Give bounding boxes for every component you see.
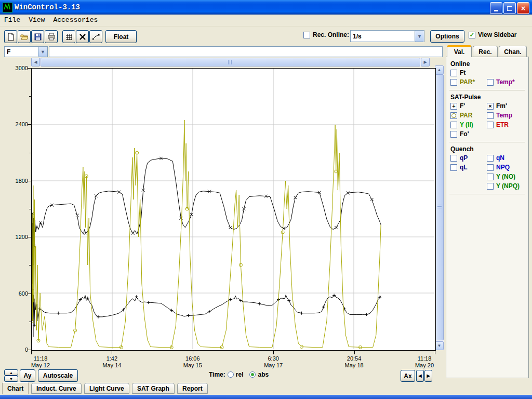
checkbox-fo[interactable] — [450, 131, 457, 138]
tab-induct--curve[interactable]: Induct. Curve — [31, 383, 82, 394]
curve-style-button[interactable] — [89, 30, 102, 43]
rec-online-checkbox[interactable] — [303, 32, 310, 38]
autoscale-button[interactable]: Autoscale — [38, 369, 78, 382]
marker-plus — [258, 302, 261, 305]
menu-bar: FileViewAccessories — [0, 15, 532, 26]
tab-sat-graph[interactable]: SAT Graph — [132, 383, 175, 394]
y-tick-label: 600 — [4, 290, 28, 297]
view-sidebar-checkbox[interactable]: ✓ — [469, 32, 475, 38]
menu-item-view[interactable]: View — [24, 15, 49, 25]
title-bar[interactable]: WinControl-3.13 × — [0, 0, 532, 15]
y-tick-label: 3000 — [4, 65, 28, 71]
checkbox-row: Y (II)ETR — [446, 121, 528, 130]
checkbox-fm[interactable]: × — [487, 103, 494, 110]
divider — [449, 90, 525, 90]
float-button[interactable]: Float — [105, 30, 137, 43]
tab-chart[interactable]: Chart — [2, 382, 29, 394]
menu-item-file[interactable]: File — [0, 15, 24, 25]
checkbox-f[interactable]: + — [450, 103, 457, 110]
restore-button[interactable] — [503, 2, 516, 14]
y-minor-tick-mark — [29, 96, 31, 97]
grid-button[interactable] — [62, 30, 75, 43]
time-abs-radio[interactable] — [249, 371, 256, 378]
open-file-button[interactable] — [18, 30, 31, 43]
y-scale-up-icon[interactable]: ▲ — [4, 369, 18, 376]
x-tick-label: 11:18May 12 — [22, 355, 59, 369]
checkbox-item-ynpq[interactable]: Y (NPQ) — [487, 182, 520, 190]
checkbox-item-yii[interactable]: Y (II) — [450, 121, 473, 128]
checkbox-ynpq[interactable] — [487, 183, 494, 190]
x-scroll-right-icon[interactable]: ▶ — [424, 370, 432, 382]
checkbox-item-ql[interactable]: qL — [450, 164, 468, 171]
ax-button[interactable]: Ax — [401, 370, 415, 382]
checkbox-item-fm[interactable]: ×Fm' — [487, 102, 507, 110]
tab-report[interactable]: Report — [177, 383, 208, 394]
x-tick-mark — [31, 351, 32, 354]
tab-chan[interactable]: Chan. — [499, 46, 527, 57]
scroll-right-icon[interactable]: ▶ — [421, 58, 430, 66]
checkbox-item-qp[interactable]: qP — [450, 154, 468, 162]
checkbox-item-f[interactable]: +F' — [450, 102, 465, 110]
channel-combo[interactable]: F ▼ — [4, 46, 48, 57]
v-scrollbar-thumb[interactable] — [435, 74, 444, 340]
checkbox-ql[interactable] — [450, 164, 457, 171]
checkbox-par[interactable] — [450, 112, 457, 119]
checkbox-yii[interactable] — [450, 122, 457, 128]
checkbox-yno[interactable] — [487, 174, 494, 180]
menu-item-accessories[interactable]: Accessories — [49, 15, 102, 25]
tab-rec[interactable]: Rec. — [473, 46, 498, 57]
marker-x — [95, 194, 98, 197]
taskbar-strip — [0, 395, 532, 399]
checkbox-item-qn[interactable]: qN — [487, 154, 504, 162]
marker-plus — [97, 315, 100, 318]
marker-plus — [322, 305, 325, 309]
save-file-button[interactable] — [31, 30, 44, 43]
checkbox-temp[interactable] — [487, 112, 494, 119]
options-button[interactable]: Options — [430, 30, 464, 43]
checkbox-par[interactable] — [450, 79, 457, 86]
checkbox-qp[interactable] — [450, 155, 457, 162]
marker-x — [335, 226, 338, 229]
scroll-up-icon[interactable]: ▲ — [435, 65, 444, 74]
checkbox-ft[interactable] — [450, 70, 457, 76]
marker-x — [39, 221, 42, 224]
time-rel-radio[interactable] — [228, 371, 234, 378]
scroll-left-icon[interactable]: ◀ — [31, 58, 40, 66]
print-button[interactable] — [45, 30, 58, 43]
close-button[interactable]: × — [517, 2, 529, 14]
minimize-button[interactable] — [490, 2, 502, 14]
checkbox-item-etr[interactable]: ETR — [487, 121, 509, 128]
new-file-button[interactable] — [4, 30, 17, 43]
scroll-down-icon[interactable]: ▼ — [435, 341, 444, 350]
marker-plus — [365, 313, 368, 316]
rate-combo[interactable]: 1/s ▼ — [350, 30, 424, 42]
checkbox-item-npq[interactable]: NPQ — [487, 164, 510, 171]
chart-plot-area[interactable] — [31, 68, 436, 351]
checkbox-row: Fo' — [446, 130, 528, 139]
value-display-field[interactable] — [49, 46, 443, 57]
tab-val[interactable]: Val. — [447, 45, 472, 57]
checkbox-etr[interactable] — [487, 122, 494, 128]
checkbox-item-fo[interactable]: Fo' — [450, 130, 469, 138]
checkbox-item-temp[interactable]: Temp* — [487, 78, 515, 86]
checkbox-item-par[interactable]: PAR* — [450, 78, 475, 86]
chevron-down-icon[interactable]: ▼ — [38, 47, 47, 57]
checkbox-qn[interactable] — [487, 155, 494, 162]
x-scroll-left-icon[interactable]: ◀ — [416, 370, 424, 382]
ay-button[interactable]: Ay — [20, 369, 35, 382]
h-scrollbar-thumb[interactable] — [41, 58, 420, 66]
tab-light-curve[interactable]: Light Curve — [84, 383, 129, 394]
chevron-down-icon[interactable]: ▼ — [415, 31, 424, 42]
x-tick-date: May 17 — [255, 362, 291, 369]
checkbox-item-temp[interactable]: Temp — [487, 112, 512, 119]
y-scale-down-icon[interactable]: ▼ — [4, 376, 18, 382]
checkbox-npq[interactable] — [487, 164, 494, 171]
x-tick-mark — [435, 351, 435, 354]
checkbox-item-ft[interactable]: Ft — [450, 69, 466, 76]
checkbox-temp[interactable] — [487, 79, 494, 86]
delete-curve-button[interactable] — [76, 30, 89, 43]
y-minor-tick-mark — [29, 322, 31, 322]
checkbox-item-yno[interactable]: Y (NO) — [487, 173, 515, 180]
y-tick-mark — [28, 124, 31, 125]
checkbox-item-par[interactable]: PAR — [450, 112, 472, 119]
